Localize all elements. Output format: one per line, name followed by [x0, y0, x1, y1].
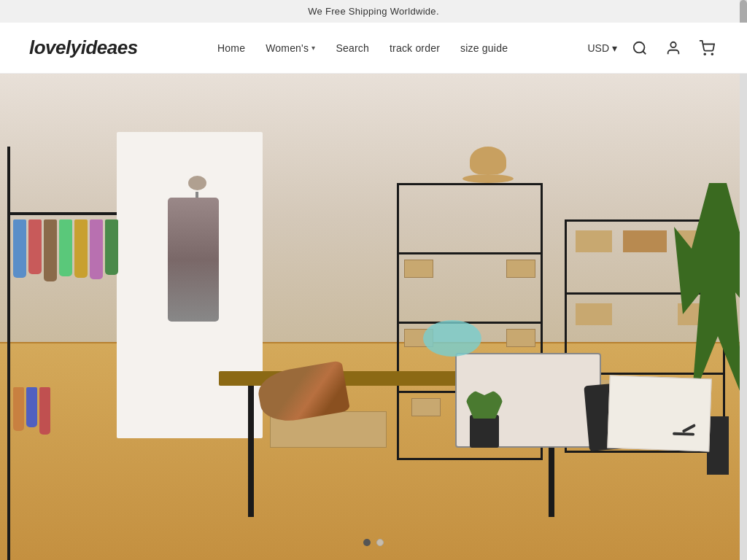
hat-brim: [462, 174, 514, 183]
hat-crown: [470, 147, 506, 174]
svg-point-3: [704, 53, 705, 55]
table-plant: [470, 415, 499, 448]
carousel-dots: [363, 539, 384, 546]
svg-line-1: [643, 51, 646, 54]
currency-arrow-icon: ▾: [612, 42, 617, 54]
account-button[interactable]: [662, 37, 684, 59]
nav-right-icons: USD ▾: [587, 37, 718, 59]
garment-1: [13, 219, 26, 278]
nav-size-guide[interactable]: size guide: [460, 42, 508, 54]
mannequin-head: [188, 176, 206, 190]
box-right-1: [576, 230, 612, 252]
garment-10: [39, 387, 50, 435]
svg-point-0: [634, 42, 645, 52]
garment-6: [90, 219, 103, 279]
scrollbar[interactable]: [740, 0, 747, 560]
hero-section: [0, 74, 747, 560]
notebook-on-table: [607, 376, 711, 452]
shelf-divider-1: [397, 252, 543, 254]
garment-9: [26, 387, 37, 427]
user-icon: [665, 40, 681, 56]
box-right-4: [576, 303, 612, 325]
cart-icon: [699, 40, 715, 56]
mannequin: [160, 176, 233, 380]
announcement-bar: We Free Shipping Worldwide.: [0, 0, 747, 23]
svg-point-4: [711, 53, 713, 55]
carousel-dot-1[interactable]: [363, 539, 371, 546]
pen-cap: [682, 424, 697, 433]
search-icon: [632, 40, 648, 56]
hat-display: [462, 147, 514, 183]
svg-point-2: [670, 42, 676, 47]
header: lovelyideaes Home Women's ▾ Search track…: [0, 23, 747, 74]
garment-4: [59, 219, 72, 276]
currency-selector[interactable]: USD ▾: [587, 42, 617, 54]
rack-vertical-bar: [7, 147, 10, 560]
garment-2: [28, 219, 42, 274]
garment-3: [44, 219, 57, 281]
nav-womens[interactable]: Women's ▾: [266, 42, 315, 54]
site-logo[interactable]: lovelyideaes: [29, 36, 138, 59]
carousel-dot-2[interactable]: [376, 539, 384, 546]
rack-horizontal-bar: [7, 212, 117, 215]
nav-home[interactable]: Home: [217, 42, 245, 54]
corner-plant-pot: [707, 416, 729, 475]
shoe-box-shelf-1: [404, 260, 433, 278]
announcement-text: We Free Shipping Worldwide.: [308, 6, 439, 17]
plant-pot: [470, 415, 499, 448]
mannequin-dress: [168, 198, 219, 322]
garment-7: [105, 219, 118, 275]
garment-8: [13, 387, 24, 431]
main-nav: Home Women's ▾ Search track order size g…: [217, 42, 508, 54]
chevron-down-icon: ▾: [311, 44, 315, 52]
nav-search[interactable]: Search: [336, 42, 369, 54]
garment-5: [74, 219, 88, 278]
shoe-box-shelf-4: [506, 329, 535, 347]
nav-track-order[interactable]: track order: [390, 42, 440, 54]
cart-button[interactable]: [696, 37, 718, 59]
table-leg-left: [248, 386, 254, 517]
search-button[interactable]: [629, 37, 651, 59]
box-right-3: [623, 230, 667, 252]
shoe-box-shelf-2: [506, 260, 535, 278]
stool-seat: [423, 320, 481, 357]
left-clothing-rack: [0, 147, 131, 560]
